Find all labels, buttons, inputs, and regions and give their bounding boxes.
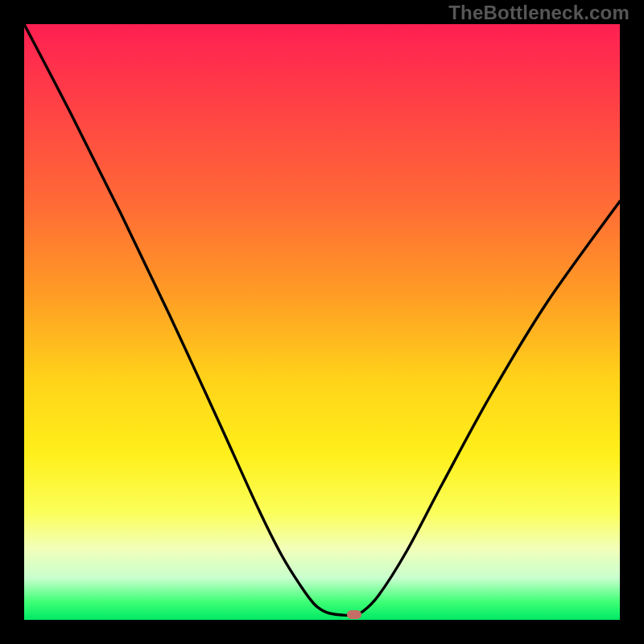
chart-frame: TheBottleneck.com bbox=[0, 0, 644, 644]
curve-svg bbox=[24, 24, 620, 620]
watermark-text: TheBottleneck.com bbox=[448, 2, 630, 24]
minimum-marker bbox=[347, 610, 361, 619]
plot-area bbox=[24, 24, 620, 620]
curve-path bbox=[24, 24, 620, 615]
